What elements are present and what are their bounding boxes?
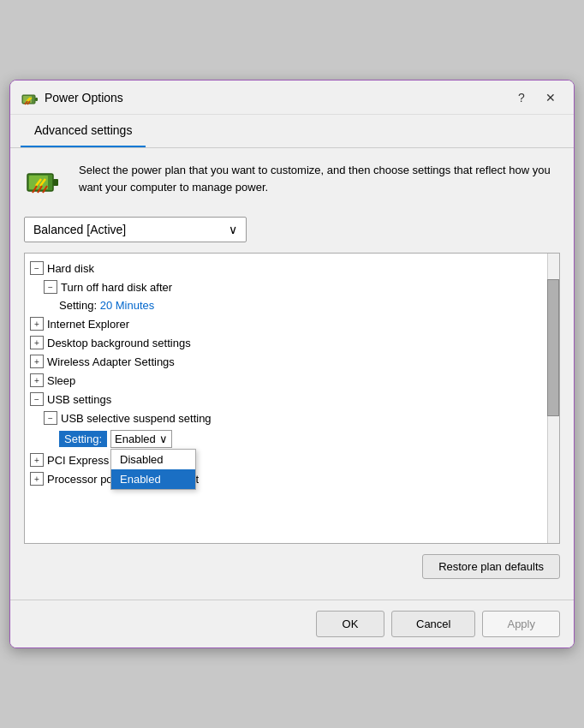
scrollbar-thumb[interactable] [547,279,559,416]
tab-advanced-settings[interactable]: Advanced settings [21,115,146,147]
power-plan-icon [24,162,65,203]
button-bar: OK Cancel Apply [10,600,574,647]
hard-disk-setting-value: 20 Minutes [100,299,155,312]
expander-wireless-adapter[interactable]: + [30,355,44,368]
tree-item-wireless-adapter[interactable]: + Wireless Adapter Settings [25,352,559,371]
scrollbar-track [547,254,559,543]
tree-item-hard-disk[interactable]: − Hard disk [25,259,559,277]
power-options-window: Power Options ? ✕ Advanced settings [9,80,575,648]
content-area: Select the power plan that you want to c… [10,148,574,600]
expander-usb-settings[interactable]: − [30,392,44,406]
tree-label-sleep: Sleep [47,374,75,387]
description-text: Select the power plan that you want to c… [79,162,560,195]
tree-label-hard-disk: Hard disk [47,262,94,275]
tree-label-internet-explorer: Internet Explorer [47,318,129,331]
expander-desktop-background[interactable]: + [30,336,44,349]
restore-plan-defaults-button[interactable]: Restore plan defaults [422,554,560,579]
expander-processor-power[interactable]: + [30,472,44,486]
description-section: Select the power plan that you want to c… [24,162,560,203]
hard-disk-setting-label: Setting: [59,299,100,312]
tree-item-usb-settings[interactable]: − USB settings [25,390,559,409]
tree-item-desktop-background[interactable]: + Desktop background settings [25,333,559,352]
tree-item-sleep[interactable]: + Sleep [25,371,559,390]
close-button[interactable]: ✕ [538,86,563,110]
usb-setting-dropdown-value: Enabled [115,433,156,445]
help-button[interactable]: ? [509,86,534,110]
tree-item-usb-suspend[interactable]: − USB selective suspend setting [25,409,559,427]
plan-dropdown[interactable]: Balanced [Active] ∨ [24,217,247,242]
power-options-icon [21,89,38,106]
inline-setting-usb: Setting: Enabled ∨ Disabled Enabled [59,430,172,448]
usb-option-enabled[interactable]: Enabled [111,469,195,489]
usb-setting-label: Setting: [59,431,107,447]
tab-bar: Advanced settings [10,115,574,148]
tree-item-pci-express[interactable]: + PCI Express [25,451,559,469]
window-title: Power Options [45,91,509,104]
expander-usb-suspend[interactable]: − [44,411,57,425]
expander-internet-explorer[interactable]: + [30,317,44,331]
svg-rect-1 [35,98,38,101]
expander-hard-disk[interactable]: − [30,261,44,275]
expander-pci-express[interactable]: + [30,453,44,467]
settings-tree: − Hard disk − Turn off hard disk after S… [24,253,560,544]
plan-dropdown-chevron: ∨ [229,223,237,236]
usb-dropdown-popup: Disabled Enabled [110,449,196,490]
plan-dropdown-value: Balanced [Active] [33,223,126,236]
tree-label-desktop-background: Desktop background settings [47,337,191,349]
ok-button[interactable]: OK [316,611,384,637]
tree-label-usb-suspend: USB selective suspend setting [61,412,212,425]
usb-option-disabled[interactable]: Disabled [111,450,195,469]
tree-item-internet-explorer[interactable]: + Internet Explorer [25,314,559,333]
restore-btn-row: Restore plan defaults [24,554,560,579]
tree-label-turn-off-hard-disk: Turn off hard disk after [61,281,172,294]
tree-label-pci-express: PCI Express [47,454,109,467]
tree-item-usb-suspend-setting: Setting: Enabled ∨ Disabled Enabled [25,427,559,451]
cancel-button[interactable]: Cancel [391,611,475,637]
tree-item-hard-disk-setting: Setting: 20 Minutes [25,296,559,314]
usb-dropdown-chevron: ∨ [159,433,168,445]
tree-item-processor-power[interactable]: + Processor power management [25,469,559,488]
tree-label-usb-settings: USB settings [47,393,111,406]
expander-sleep[interactable]: + [30,373,44,387]
title-bar-actions: ? ✕ [509,86,563,110]
plan-dropdown-row: Balanced [Active] ∨ [24,217,560,242]
svg-rect-6 [53,179,58,186]
tree-label-wireless-adapter: Wireless Adapter Settings [47,355,175,368]
tree-item-turn-off-hard-disk[interactable]: − Turn off hard disk after [25,277,559,296]
apply-button[interactable]: Apply [482,611,560,637]
usb-setting-dropdown[interactable]: Enabled ∨ [110,430,172,448]
title-bar: Power Options ? ✕ [10,81,574,115]
expander-turn-off-hard-disk[interactable]: − [44,280,57,294]
